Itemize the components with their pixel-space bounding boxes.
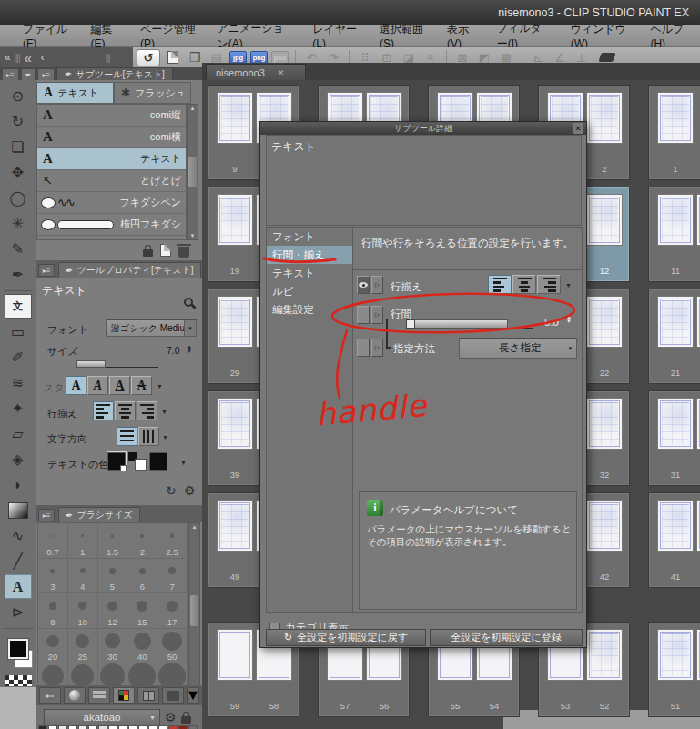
horizontal-text-button[interactable]: [117, 427, 137, 446]
chevron-down-icon[interactable]: ▼: [565, 282, 572, 289]
chevron-down-icon[interactable]: ▼: [184, 320, 196, 336]
menu-item[interactable]: ウィンドウ(W): [561, 22, 641, 50]
subtool-item[interactable]: ↖とげとげ: [37, 170, 186, 192]
page-thumbnail[interactable]: [657, 296, 694, 348]
color-swatch[interactable]: [88, 725, 97, 729]
tool-move[interactable]: ✥: [5, 160, 32, 185]
sub-color-swatch[interactable]: [128, 452, 147, 471]
brush-size-cell[interactable]: 4: [68, 559, 98, 594]
scroll-up-icon[interactable]: ▲: [192, 524, 198, 530]
menu-item[interactable]: 編集(E): [80, 22, 130, 50]
page-thumbnail[interactable]: [657, 194, 694, 246]
search-settings-icon[interactable]: [184, 298, 193, 307]
page-thumbnail[interactable]: [217, 629, 253, 681]
color-swatch[interactable]: [148, 725, 157, 729]
brush-size-cell[interactable]: 17: [157, 593, 188, 629]
tool-text-pen[interactable]: 文: [5, 294, 32, 319]
color-swatch[interactable]: [118, 725, 127, 729]
brush-size-tab[interactable]: ✒ ブラシサイズ: [58, 507, 140, 522]
main-color-swatch[interactable]: [107, 452, 126, 471]
scroll-thumb[interactable]: [190, 595, 198, 626]
intermediate-color-tab[interactable]: [137, 687, 159, 704]
reset-all-settings-button[interactable]: ↻ 全設定を初期設定に戻す: [266, 629, 426, 646]
tool-text[interactable]: A: [5, 574, 32, 599]
panel-menu-tab[interactable]: ▸≡: [37, 68, 55, 80]
show-on-property-toggle[interactable]: [357, 306, 370, 324]
tool-zoom[interactable]: ⊙: [5, 84, 32, 108]
transparent-color-swatch[interactable]: [5, 675, 32, 686]
scroll-up-icon[interactable]: ▲: [190, 106, 196, 111]
subtool-item[interactable]: Aテキスト: [37, 148, 186, 170]
simple-mode-icon[interactable]: [598, 53, 615, 62]
tool-lasso-select[interactable]: ◯: [5, 186, 32, 210]
subtool-scrollbar[interactable]: ▲ ▼: [187, 104, 198, 240]
brush-size-cell[interactable]: 50: [157, 629, 188, 664]
page-thumbnail[interactable]: [657, 398, 694, 450]
align-right-button[interactable]: [137, 401, 157, 420]
align-right-button[interactable]: [537, 275, 561, 294]
page-thumbnail[interactable]: [657, 92, 694, 144]
expander-icon[interactable]: ▷: [371, 276, 383, 294]
tool-decoration[interactable]: ✦: [5, 396, 32, 420]
tool-pen[interactable]: ✎: [5, 237, 32, 261]
page-spread[interactable]: 3130: [648, 390, 700, 486]
color-set-tab[interactable]: [113, 687, 135, 704]
color-set-dropdown[interactable]: akatoao ▼: [44, 709, 160, 726]
panel-menu-tab[interactable]: ▸≡: [2, 68, 19, 80]
open-file-icon[interactable]: ❒: [186, 49, 204, 66]
menu-item[interactable]: ヘルプ(H): [640, 22, 700, 50]
menu-item[interactable]: レイヤー(L): [302, 22, 370, 50]
tool-airbrush[interactable]: ≋: [5, 370, 32, 395]
reset-tool-icon[interactable]: ↻: [166, 483, 177, 498]
color-history-tab[interactable]: [162, 687, 184, 704]
tool-fill[interactable]: ◈: [5, 447, 32, 471]
page-thumbnail[interactable]: [696, 296, 700, 348]
color-swatch[interactable]: [38, 725, 47, 729]
show-on-property-toggle[interactable]: [357, 276, 370, 294]
brush-size-cell[interactable]: 40: [127, 629, 157, 664]
color-swatch[interactable]: [168, 725, 178, 729]
tool-eraser[interactable]: ▭: [5, 319, 32, 344]
color-swatch[interactable]: [158, 725, 167, 729]
brush-size-cell[interactable]: 15: [127, 593, 157, 629]
delete-subtool-icon[interactable]: [178, 247, 189, 258]
subtool-item[interactable]: Acomi横: [37, 127, 186, 148]
font-dropdown[interactable]: 游ゴシック Medium ▼: [106, 319, 197, 337]
collapse-panel-icon[interactable]: «: [19, 50, 36, 66]
spinner-down-icon[interactable]: ▼: [566, 319, 572, 324]
more-tabs-icon[interactable]: ▼: [187, 687, 199, 704]
brush-size-cell[interactable]: 1.5: [98, 523, 128, 559]
dialog-category-item[interactable]: 編集設定: [267, 300, 352, 319]
align-left-button[interactable]: [93, 401, 114, 420]
page-spread[interactable]: 5150: [648, 622, 700, 717]
style-underline-button[interactable]: A: [109, 376, 130, 395]
subtool-item[interactable]: Acomi縦: [37, 105, 186, 127]
edit-color-set-icon[interactable]: ⚙: [165, 710, 177, 724]
chevron-down-icon[interactable]: ▼: [162, 434, 168, 440]
subtool-group-tab[interactable]: ✱フラッシュ: [114, 82, 191, 104]
close-tab-icon[interactable]: ✕: [278, 68, 285, 77]
tool-liquify[interactable]: ◗: [5, 472, 32, 497]
transparent-color-swatch[interactable]: [149, 452, 167, 471]
collapse-dock-icon[interactable]: «: [0, 51, 15, 64]
tool-figure-curve[interactable]: ∿: [5, 523, 32, 548]
color-swatch[interactable]: [48, 725, 57, 729]
dialog-category-item[interactable]: 行間・揃え: [267, 246, 352, 264]
color-swatch[interactable]: [108, 725, 117, 729]
tool-figure-line[interactable]: ╱: [5, 549, 32, 573]
dialog-close-button[interactable]: ✕: [573, 123, 583, 134]
color-swatch[interactable]: [138, 725, 147, 729]
color-wheel-tab[interactable]: [64, 687, 86, 704]
chevron-down-icon[interactable]: ▼: [161, 409, 167, 415]
tool-rotate-canvas[interactable]: ↻: [5, 109, 32, 134]
menu-item[interactable]: 表示(V): [437, 22, 487, 50]
line-spacing-slider-fill[interactable]: [406, 319, 508, 329]
subtool-item[interactable]: ∿∿フキダシペン: [37, 192, 186, 214]
show-on-property-toggle[interactable]: [357, 339, 370, 357]
size-spinner[interactable]: ▲ ▼: [187, 345, 192, 354]
menu-item[interactable]: 選択範囲(S): [370, 22, 437, 50]
align-center-button[interactable]: [512, 275, 536, 294]
tool-gradient[interactable]: [5, 498, 32, 522]
page-thumbnail[interactable]: [586, 398, 623, 450]
brush-size-cell[interactable]: 25: [68, 629, 98, 664]
